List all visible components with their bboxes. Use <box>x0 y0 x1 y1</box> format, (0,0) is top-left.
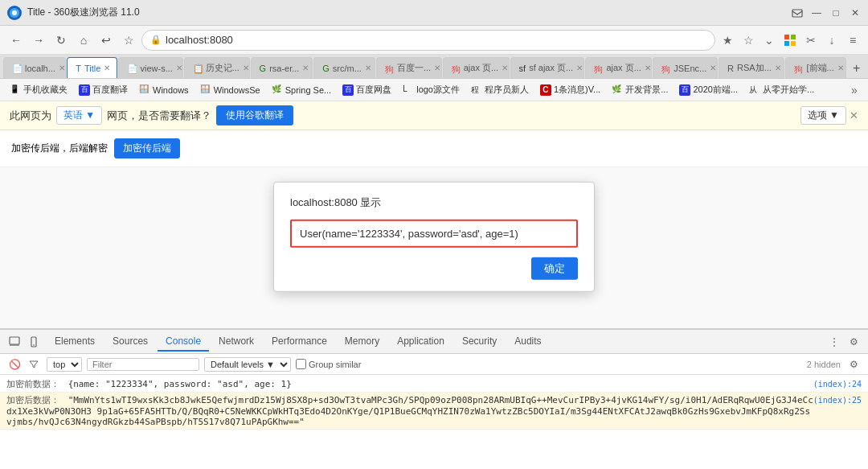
bookmark-baidu-disk[interactable]: 百 百度网盘 <box>338 81 396 99</box>
translation-options-button[interactable]: 选项 ▼ <box>800 106 846 125</box>
tab-close-8[interactable]: ✕ <box>502 64 508 72</box>
translation-text1: 此网页为 <box>10 109 51 123</box>
tab-frontend[interactable]: 狗 [前端... ✕ <box>785 57 845 78</box>
tab-jsenc[interactable]: 狗 JSEnc... ✕ <box>653 57 718 78</box>
refresh-button[interactable]: ↻ <box>51 31 71 50</box>
bookmark-star[interactable]: ☆ <box>119 31 138 50</box>
tab-baidu[interactable]: 狗 百度一... ✕ <box>376 57 442 78</box>
translation-action-button[interactable]: 使用谷歌翻译 <box>216 105 293 125</box>
tab-close-13[interactable]: ✕ <box>837 64 844 72</box>
console-clear-icon[interactable]: 🚫 <box>6 356 23 372</box>
devtools-tab-security[interactable]: Security <box>454 332 505 352</box>
notification-icon[interactable] <box>791 6 804 19</box>
bookmark-icon[interactable]: ★ <box>719 31 736 49</box>
bookmark-message[interactable]: C 1条消息)V... <box>535 81 605 99</box>
bookmark-logo[interactable]: L logo源文件 <box>398 81 465 99</box>
tab-ajax1[interactable]: 狗 ajax 页... ✕ <box>443 57 510 78</box>
group-similar-label: Group similar <box>309 360 361 369</box>
tab-rsa2[interactable]: R RSA加... ✕ <box>719 57 784 78</box>
console-line-1: 加密前数据： {name: "1223334", password: "asd"… <box>0 376 868 393</box>
bookmark-windows2[interactable]: 🪟 WindowsSe <box>195 81 265 99</box>
download-icon[interactable]: ↓ <box>823 31 841 49</box>
cut-icon[interactable]: ✂ <box>802 31 820 49</box>
star-icon[interactable]: ☆ <box>739 31 757 49</box>
new-tab-button[interactable]: + <box>849 59 865 78</box>
devtools-tab-console[interactable]: Console <box>158 332 209 352</box>
tab-ajax2[interactable]: 狗 ajax 页... ✕ <box>585 57 652 78</box>
tab-label-4: 历史记... <box>206 62 240 74</box>
devtools-tab-audits[interactable]: Audits <box>506 332 549 352</box>
console-label-1: 加密前数据： <box>6 379 59 389</box>
tab-sf-ajax[interactable]: sf sf ajax 页... ✕ <box>510 57 585 78</box>
back-button[interactable]: ← <box>6 31 26 50</box>
history-button[interactable]: ↩ <box>96 31 116 50</box>
translation-lang-button[interactable]: 英语 ▼ <box>56 106 102 125</box>
settings-icon[interactable]: ≡ <box>844 31 862 49</box>
tab-close-6[interactable]: ✕ <box>365 64 371 72</box>
page-text: 加密传后端，后端解密 <box>11 142 108 155</box>
tab-close-9[interactable]: ✕ <box>576 64 583 72</box>
bookmarks-more-icon[interactable]: » <box>845 81 863 99</box>
tab-close-11[interactable]: ✕ <box>710 64 716 72</box>
bookmark-programmer[interactable]: 程 程序员新人 <box>466 81 534 99</box>
address-bar[interactable]: 🔒 localhost:8080 <box>141 30 715 51</box>
tab-src[interactable]: G src/m... ✕ <box>313 57 375 78</box>
devtools-tab-memory[interactable]: Memory <box>337 332 387 352</box>
tab-close-10[interactable]: ✕ <box>645 64 651 72</box>
tab-label-2: Title <box>84 64 100 73</box>
level-select[interactable]: Default levels ▼ <box>204 357 291 372</box>
tab-label-8: ajax 页... <box>464 62 498 74</box>
bookmark-fromscratch[interactable]: 从 从零开始学... <box>744 81 819 99</box>
tab-close-2[interactable]: ✕ <box>104 64 110 72</box>
bookmark-devbg[interactable]: 🌿 开发背景... <box>607 81 673 99</box>
devtools-tab-performance[interactable]: Performance <box>264 332 335 352</box>
bookmark-2020[interactable]: 百 2020前端... <box>674 81 743 99</box>
context-select[interactable]: top <box>47 357 82 372</box>
devtools-more-icon[interactable]: ⋮ <box>826 334 842 350</box>
encrypt-button[interactable]: 加密传后端 <box>114 138 180 158</box>
console-label-2: 加密后数据： <box>6 395 59 405</box>
windows-apps-icon[interactable] <box>781 31 799 49</box>
tab-view[interactable]: 📄 view-s... ✕ <box>118 57 182 78</box>
group-similar-input[interactable] <box>296 359 306 369</box>
devtools-tab-sources[interactable]: Sources <box>104 332 156 352</box>
devtools-inspect-icon[interactable] <box>6 334 23 350</box>
svg-rect-6 <box>784 41 789 46</box>
bookmark-windows1[interactable]: 🪟 Windows <box>134 81 194 99</box>
tab-close-1[interactable]: ✕ <box>59 64 65 72</box>
group-similar-checkbox[interactable]: Group similar <box>296 359 361 369</box>
tab-title[interactable]: T Title ✕ <box>67 57 117 78</box>
console-link-2[interactable]: (index):25 <box>813 396 862 405</box>
devtools-tab-elements[interactable]: Elements <box>47 332 103 352</box>
devtools-gear-icon[interactable]: ⚙ <box>845 356 862 372</box>
tab-localh[interactable]: 📄 localh... ✕ <box>3 57 66 78</box>
home-button[interactable]: ⌂ <box>74 31 93 50</box>
tab-close-12[interactable]: ✕ <box>775 64 781 72</box>
console-link-1[interactable]: (index):24 <box>813 380 862 389</box>
minimize-button[interactable]: — <box>810 6 823 19</box>
forward-button[interactable]: → <box>29 31 48 50</box>
tab-rsa[interactable]: G rsa-er... ✕ <box>251 57 313 78</box>
devtools-mobile-icon[interactable] <box>26 334 42 350</box>
console-filter-icon[interactable] <box>26 356 42 372</box>
bookmark-baidu-translate-icon: 百 <box>79 84 90 96</box>
tab-close-3[interactable]: ✕ <box>176 64 182 72</box>
tab-history[interactable]: 📋 历史记... ✕ <box>184 57 250 78</box>
alert-ok-button[interactable]: 确定 <box>531 257 578 280</box>
devtools-settings-icon[interactable]: ⚙ <box>845 334 862 350</box>
devtools-tab-application[interactable]: Application <box>389 332 452 352</box>
window-title: Title - 360极速浏览器 11.0 <box>27 6 791 19</box>
bookmark-baidu-translate[interactable]: 百 百度翻译 <box>74 81 133 99</box>
close-button[interactable]: ✕ <box>849 6 862 19</box>
tab-close-7[interactable]: ✕ <box>434 64 440 72</box>
alert-actions: 确定 <box>290 257 578 280</box>
bookmark-spring[interactable]: 🌿 Spring Se... <box>267 81 336 99</box>
tab-close-4[interactable]: ✕ <box>243 64 249 72</box>
more-icon[interactable]: ⌄ <box>760 31 778 49</box>
translation-close-button[interactable]: ✕ <box>850 109 858 121</box>
tab-close-5[interactable]: ✕ <box>302 64 309 72</box>
filter-input[interactable] <box>87 358 199 371</box>
bookmark-mobile[interactable]: 📱 手机收藏夹 <box>5 81 72 99</box>
devtools-tab-network[interactable]: Network <box>211 332 262 352</box>
maximize-button[interactable]: □ <box>829 6 842 19</box>
